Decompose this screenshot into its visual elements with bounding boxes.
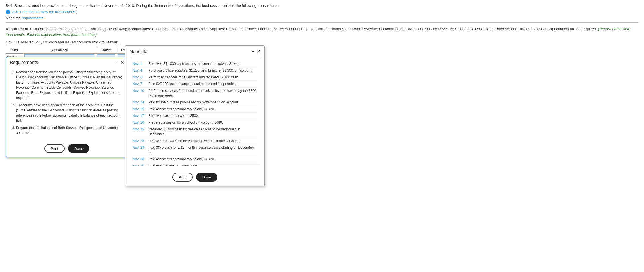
transactions-list: Nov. 1Received $41,000 cash and issued c… — [130, 58, 260, 95]
requirement-item-1: Record each transaction in the journal u… — [16, 70, 123, 95]
transaction-desc: Paid $27,000 cash to acquire land to be … — [148, 82, 257, 86]
transaction-date: Nov. 7 — [133, 82, 148, 86]
info-icon[interactable]: i — [6, 10, 10, 14]
date-header: Date — [6, 47, 23, 54]
transaction-date: Nov. 10 — [133, 88, 148, 95]
list-item: Nov. 4Purchased office supplies, $1,200,… — [133, 67, 257, 74]
transaction-date: Nov. 6 — [133, 75, 148, 80]
list-item: Nov. 10Performed services for a hotel an… — [133, 88, 257, 95]
requirements-modal: Requirements − ✕ Record each transaction… — [6, 57, 128, 95]
list-item: Nov. 6Performed services for a law firm … — [133, 74, 257, 81]
requirements-modal-body: Record each transaction in the journal u… — [6, 67, 127, 95]
read-line: Read the requirements. — [6, 16, 638, 20]
requirements-modal-title: Requirements — [10, 60, 38, 65]
trans-description: Nov. 1: Received $41,000 cash and issued… — [6, 40, 638, 44]
debit-header: Debit — [96, 47, 116, 54]
requirements-modal-header: Requirements − ✕ — [6, 57, 127, 67]
requirement-section: Requirement 1. Record each transaction i… — [6, 26, 638, 37]
list-item: Nov. 7Paid $27,000 cash to acquire land … — [133, 81, 257, 88]
requirement1-label: Requirement 1. — [6, 27, 32, 31]
intro-paragraph: Beth Stewart started her practice as a d… — [6, 3, 638, 9]
moreinfo-controls: − ✕ — [252, 49, 260, 54]
click-transactions-link[interactable]: (Click the icon to view the transactions… — [12, 10, 77, 14]
intro-text: Beth Stewart started her practice as a d… — [6, 3, 278, 8]
transaction-desc: Purchased office supplies, $1,200, and f… — [148, 68, 257, 73]
moreinfo-minimize-button[interactable]: − — [252, 49, 254, 54]
moreinfo-modal: More info − ✕ Nov. 1Received $41,000 cas… — [125, 45, 265, 95]
requirement1-text: Record each transaction in the journal u… — [34, 27, 597, 31]
list-item: Nov. 1Received $41,000 cash and issued c… — [133, 61, 257, 67]
moreinfo-header: More info − ✕ — [125, 46, 264, 57]
transaction-desc: Performed services for a law firm and re… — [148, 75, 257, 80]
transaction-desc: Performed services for a hotel and recei… — [148, 88, 257, 95]
transaction-date: Nov. 4 — [133, 68, 148, 73]
moreinfo-title: More info — [129, 49, 147, 54]
icon-line: i (Click the icon to view the transactio… — [6, 10, 638, 14]
moreinfo-close-button[interactable]: ✕ — [257, 49, 260, 54]
requirements-close-button[interactable]: ✕ — [120, 60, 124, 65]
requirements-link[interactable]: requirements — [22, 16, 43, 20]
requirement1-para: Requirement 1. Record each transaction i… — [6, 26, 638, 37]
transaction-desc: Received $41,000 cash and issued common … — [148, 61, 257, 66]
transaction-date: Nov. 1 — [133, 61, 148, 66]
moreinfo-body: Nov. 1Received $41,000 cash and issued c… — [125, 57, 264, 95]
accounts-header: Accounts — [23, 47, 96, 54]
requirements-list: Record each transaction in the journal u… — [11, 70, 123, 95]
divider — [6, 22, 638, 23]
modal-controls: − ✕ — [116, 60, 124, 65]
requirements-minimize-button[interactable]: − — [116, 60, 118, 65]
